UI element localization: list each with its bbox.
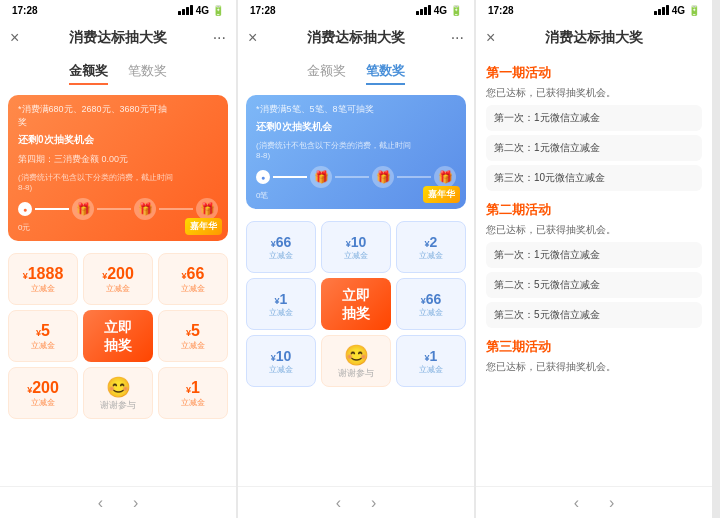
reward-2-2: 第二次：5元微信立减金	[486, 272, 702, 298]
close-button-1[interactable]: ×	[10, 29, 19, 47]
activity-title-3: 第三期活动	[486, 338, 702, 356]
network-type-2: 4G	[434, 5, 447, 16]
more-button-2[interactable]: ···	[451, 29, 464, 47]
activity-list: 第一期活动 您已达标，已获得抽奖机会。 第一次：1元微信立减金 第二次：1元微信…	[476, 56, 712, 486]
status-time-2: 17:28	[250, 5, 276, 16]
header-title-1: 消费达标抽大奖	[69, 29, 167, 47]
reward-1-1: 第一次：1元微信立减金	[486, 105, 702, 131]
activity-desc-2: 您已达标，已获得抽奖机会。	[486, 223, 702, 237]
festival-badge-1: 嘉年华	[185, 218, 222, 235]
prize-card-smile-1: 😊 谢谢参与	[83, 367, 153, 419]
banner-progress-2: 还剩0次抽奖机会	[256, 120, 412, 134]
banner-progress-1: 还剩0次抽奖机会	[18, 133, 174, 147]
close-button-3[interactable]: ×	[486, 29, 495, 47]
reward-2-3: 第三次：5元微信立减金	[486, 302, 702, 328]
blue-banner-2: *消费满5笔、5笔、8笔可抽奖 还剩0次抽奖机会 (消费统计不包含以下分类的消费…	[246, 95, 466, 209]
timeline-2: ● 🎁 🎁 🎁	[256, 166, 456, 188]
reward-2-1: 第一次：1元微信立减金	[486, 242, 702, 268]
prize-smile-2: 😊 谢谢参与	[321, 335, 391, 387]
back-arrow-2[interactable]: ‹	[336, 494, 341, 512]
signal-icon-2	[416, 5, 431, 15]
header-title-3: 消费达标抽大奖	[545, 29, 643, 47]
status-right-1: 4G 🔋	[178, 5, 224, 16]
status-bar-3: 17:28 4G 🔋	[476, 0, 712, 20]
bottom-nav-3: ‹ ›	[476, 486, 712, 518]
phone-2: 17:28 4G 🔋 × 消费达标抽大奖 ··· 金额奖 笔数奖 *消费满5笔、…	[238, 0, 474, 518]
phone-1: 17:28 4G 🔋 × 消费达标抽大奖 ··· 金额奖 笔数奖 *消费满680…	[0, 0, 236, 518]
prize-b-4[interactable]: ¥1 立减金	[246, 278, 316, 330]
network-type-3: 4G	[672, 5, 685, 16]
prize-grid-1: ¥1888 立减金 ¥200 立减金 ¥66 立减金 ¥5 立减金 立即抽奖 ¥…	[0, 247, 236, 425]
app-header-2: × 消费达标抽大奖 ···	[238, 20, 474, 56]
activity-title-2: 第二期活动	[486, 201, 702, 219]
draw-button-2[interactable]: 立即抽奖	[321, 278, 391, 330]
banner-subtitle-1: *消费满680元、2680元、3680元可抽奖	[18, 103, 174, 129]
activity-title-1: 第一期活动	[486, 64, 702, 82]
phone-content-1[interactable]: *消费满680元、2680元、3680元可抽奖 还剩0次抽奖机会 第四期：三消费…	[0, 89, 236, 486]
app-header-3: × 消费达标抽大奖	[476, 20, 712, 56]
prize-grid-2: ¥66 立减金 ¥10 立减金 ¥2 立减金 ¥1 立减金 立即抽奖 ¥66 立…	[238, 215, 474, 393]
draw-button-1[interactable]: 立即抽奖	[83, 310, 153, 362]
tab-amount-1[interactable]: 金额奖	[69, 62, 108, 85]
banner-row1-2: (消费统计不包含以下分类的消费，截止时间8-8)	[256, 140, 412, 160]
milestone-start-1: ●	[18, 202, 32, 216]
activity-section-1: 第一期活动 您已达标，已获得抽奖机会。 第一次：1元微信立减金 第二次：1元微信…	[486, 64, 702, 191]
activity-section-3: 第三期活动 您已达标，已获得抽奖机会。	[486, 338, 702, 374]
banner-row2-1: (消费统计不包含以下分类的消费，截止时间8-8)	[18, 172, 174, 192]
tab-count-1[interactable]: 笔数奖	[128, 62, 167, 85]
milestone-label-0: 0元	[18, 222, 30, 233]
prize-card-3[interactable]: ¥66 立减金	[158, 253, 228, 305]
status-bar-1: 17:28 4G 🔋	[0, 0, 236, 20]
tab-amount-2[interactable]: 金额奖	[307, 62, 346, 85]
reward-1-3: 第三次：10元微信立减金	[486, 165, 702, 191]
header-title-2: 消费达标抽大奖	[307, 29, 405, 47]
status-right-3: 4G 🔋	[654, 5, 700, 16]
app-header-1: × 消费达标抽大奖 ···	[0, 20, 236, 56]
back-arrow-1[interactable]: ‹	[98, 494, 103, 512]
activity-desc-1: 您已达标，已获得抽奖机会。	[486, 86, 702, 100]
battery-icon-1: 🔋	[212, 5, 224, 16]
bottom-nav-1: ‹ ›	[0, 486, 236, 518]
close-button-2[interactable]: ×	[248, 29, 257, 47]
signal-icon-3	[654, 5, 669, 15]
status-right-2: 4G 🔋	[416, 5, 462, 16]
prize-b-9[interactable]: ¥1 立减金	[396, 335, 466, 387]
prize-card-9[interactable]: ¥1 立减金	[158, 367, 228, 419]
prize-b-6[interactable]: ¥66 立减金	[396, 278, 466, 330]
prize-card-1[interactable]: ¥1888 立减金	[8, 253, 78, 305]
status-time-3: 17:28	[488, 5, 514, 16]
tab-count-2[interactable]: 笔数奖	[366, 62, 405, 85]
battery-icon-2: 🔋	[450, 5, 462, 16]
tab-bar-2: 金额奖 笔数奖	[238, 56, 474, 89]
phone-content-2[interactable]: *消费满5笔、5笔、8笔可抽奖 还剩0次抽奖机会 (消费统计不包含以下分类的消费…	[238, 89, 474, 486]
signal-icon-1	[178, 5, 193, 15]
festival-badge-2: 嘉年华	[423, 186, 460, 203]
reward-1-2: 第二次：1元微信立减金	[486, 135, 702, 161]
prize-card-6[interactable]: ¥5 立减金	[158, 310, 228, 362]
forward-arrow-1[interactable]: ›	[133, 494, 138, 512]
orange-banner-1: *消费满680元、2680元、3680元可抽奖 还剩0次抽奖机会 第四期：三消费…	[8, 95, 228, 241]
activity-desc-3: 您已达标，已获得抽奖机会。	[486, 360, 702, 374]
bottom-nav-2: ‹ ›	[238, 486, 474, 518]
prize-b-2[interactable]: ¥10 立减金	[321, 221, 391, 273]
tab-bar-1: 金额奖 笔数奖	[0, 56, 236, 89]
milestone-label-b0: 0笔	[256, 190, 268, 201]
prize-card-4[interactable]: ¥5 立减金	[8, 310, 78, 362]
banner-row1-1: 第四期：三消费金额 0.00元	[18, 153, 174, 166]
status-bar-2: 17:28 4G 🔋	[238, 0, 474, 20]
prize-b-3[interactable]: ¥2 立减金	[396, 221, 466, 273]
status-time-1: 17:28	[12, 5, 38, 16]
battery-icon-3: 🔋	[688, 5, 700, 16]
phone-3: 17:28 4G 🔋 × 消费达标抽大奖 第一期活动 您已达标，已获得抽奖机会。…	[476, 0, 712, 518]
forward-arrow-3[interactable]: ›	[609, 494, 614, 512]
banner-subtitle-2: *消费满5笔、5笔、8笔可抽奖	[256, 103, 412, 116]
prize-b-7[interactable]: ¥10 立减金	[246, 335, 316, 387]
back-arrow-3[interactable]: ‹	[574, 494, 579, 512]
prize-b-1[interactable]: ¥66 立减金	[246, 221, 316, 273]
more-button-1[interactable]: ···	[213, 29, 226, 47]
activity-section-2: 第二期活动 您已达标，已获得抽奖机会。 第一次：1元微信立减金 第二次：5元微信…	[486, 201, 702, 328]
timeline-1: ● 🎁 🎁 🎁	[18, 198, 218, 220]
prize-card-2[interactable]: ¥200 立减金	[83, 253, 153, 305]
forward-arrow-2[interactable]: ›	[371, 494, 376, 512]
prize-card-7[interactable]: ¥200 立减金	[8, 367, 78, 419]
